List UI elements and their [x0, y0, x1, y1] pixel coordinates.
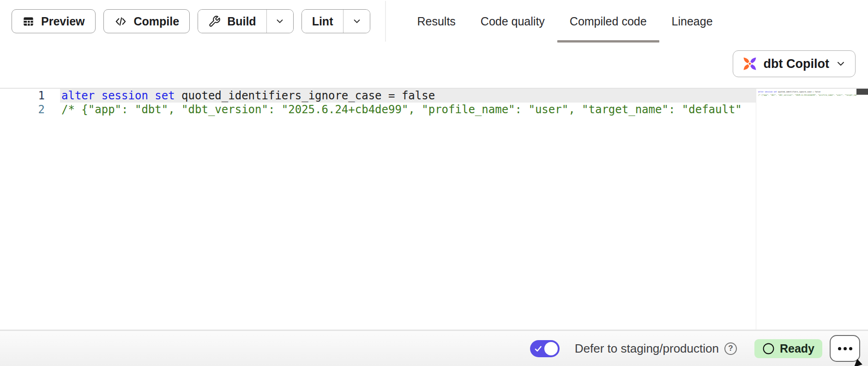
dbt-logo-icon — [742, 56, 758, 72]
ready-circle-icon — [762, 342, 775, 355]
defer-label: Defer to staging/production — [575, 342, 719, 356]
table-icon — [22, 15, 35, 28]
ready-status-badge: Ready — [754, 339, 822, 358]
code-line[interactable]: 2/* {"app": "dbt", "dbt_version": "2025.… — [0, 103, 756, 116]
lint-split-button: Lint — [301, 9, 371, 33]
lint-button[interactable]: Lint — [302, 10, 344, 33]
more-options-button[interactable] — [830, 335, 860, 362]
tab-compiled-code[interactable]: Compiled code — [557, 0, 659, 43]
compile-button-label: Compile — [134, 15, 180, 28]
line-number: 1 — [0, 89, 60, 103]
code-text: alter session set quoted_identifiers_ign… — [60, 89, 756, 103]
tab-lineage[interactable]: Lineage — [659, 0, 725, 43]
build-button-label: Build — [227, 15, 256, 28]
ellipsis-icon — [838, 347, 841, 350]
status-bar: Defer to staging/production ? Ready — [0, 330, 868, 366]
code-text: /* {"app": "dbt", "dbt_version": "2025.6… — [60, 103, 756, 116]
scrollbar-thumb[interactable] — [856, 89, 868, 95]
build-dropdown-button[interactable] — [266, 10, 293, 33]
dbt-copilot-button[interactable]: dbt Copilot — [733, 50, 856, 77]
scrollbar-track[interactable] — [856, 89, 868, 329]
preview-button[interactable]: Preview — [12, 9, 96, 33]
lint-button-label: Lint — [312, 15, 333, 28]
action-buttons: Preview Compile — [12, 9, 370, 33]
compile-button[interactable]: Compile — [103, 9, 190, 33]
chevron-down-icon — [835, 58, 846, 69]
code-line[interactable]: 1alter session set quoted_identifiers_ig… — [0, 89, 756, 103]
minimap[interactable]: alter session set quoted_identifiers_ign… — [756, 89, 856, 329]
editor-toolbar: Preview Compile — [0, 0, 868, 43]
dbt-copilot-label: dbt Copilot — [764, 57, 829, 71]
build-split-button: Build — [198, 9, 294, 33]
dbt-ide-panel: Preview Compile — [0, 0, 868, 366]
tab-results[interactable]: Results — [404, 0, 468, 43]
toolbar-divider — [385, 1, 386, 42]
check-icon — [534, 344, 543, 354]
preview-button-label: Preview — [41, 15, 85, 28]
wrench-icon — [208, 15, 221, 28]
code-content[interactable]: 1alter session set quoted_identifiers_ig… — [0, 89, 756, 329]
help-icon[interactable]: ? — [724, 342, 737, 355]
defer-toggle[interactable] — [530, 340, 560, 357]
minimap-line: alter session set quoted_identifiers_ign… — [758, 91, 856, 93]
minimap-line: /* {"app": "dbt", "dbt_version": "2025.6… — [758, 94, 856, 96]
toggle-knob — [544, 342, 558, 355]
ready-status-label: Ready — [780, 342, 814, 355]
chevron-down-icon — [352, 16, 362, 26]
result-tabs: Results Code quality Compiled code Linea… — [404, 0, 725, 43]
code-icon — [114, 15, 127, 28]
build-button[interactable]: Build — [198, 10, 266, 33]
code-editor: 1alter session set quoted_identifiers_ig… — [0, 88, 868, 330]
chevron-down-icon — [275, 16, 285, 26]
lint-dropdown-button[interactable] — [343, 10, 370, 33]
line-number: 2 — [0, 103, 60, 116]
tab-code-quality[interactable]: Code quality — [468, 0, 557, 43]
